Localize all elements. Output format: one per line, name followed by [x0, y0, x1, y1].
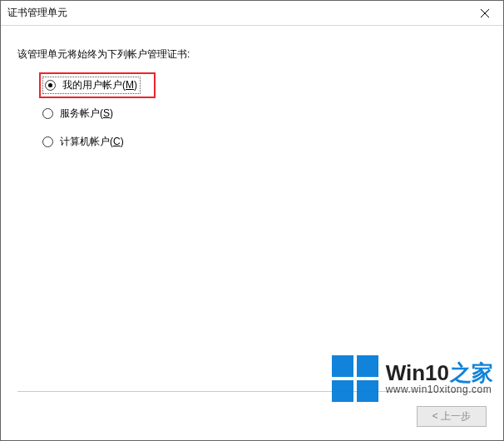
content-area: 该管理单元将始终为下列帐户管理证书: 我的用户帐户(M) 服务帐户(S)	[1, 26, 503, 170]
radio-my-user-account[interactable]	[45, 80, 56, 91]
close-icon	[481, 9, 489, 17]
highlight-box: 我的用户帐户(M)	[39, 72, 156, 98]
radio-service-account[interactable]	[42, 108, 53, 119]
radio-computer-account[interactable]	[42, 136, 53, 147]
radio-row-my-user: 我的用户帐户(M)	[42, 77, 487, 93]
watermark-brand-b: 之家	[450, 362, 493, 384]
button-bar: < 上一步	[417, 406, 487, 427]
instruction-text: 该管理单元将始终为下列帐户管理证书:	[17, 47, 487, 62]
windows-logo-icon	[332, 355, 378, 402]
back-button[interactable]: < 上一步	[417, 406, 487, 427]
watermark: Win10之家 www.win10xitong.com	[332, 355, 493, 402]
watermark-brand-a: Win10	[386, 362, 449, 384]
close-button[interactable]	[467, 1, 503, 26]
radio-row-computer: 计算机帐户(C)	[42, 133, 487, 150]
titlebar: 证书管理单元	[1, 1, 503, 26]
window-title: 证书管理单元	[7, 6, 67, 20]
radio-my-user-label[interactable]: 我的用户帐户(M)	[62, 78, 137, 92]
focus-indicator: 我的用户帐户(M)	[42, 77, 141, 94]
radio-service-label[interactable]: 服务帐户(S)	[60, 107, 113, 121]
dialog-window: 证书管理单元 该管理单元将始终为下列帐户管理证书: 我的用户帐户(M)	[0, 0, 504, 441]
radio-computer-label[interactable]: 计算机帐户(C)	[60, 135, 124, 149]
watermark-text: Win10之家 www.win10xitong.com	[386, 362, 493, 394]
watermark-url: www.win10xitong.com	[386, 384, 493, 395]
account-radio-group: 我的用户帐户(M) 服务帐户(S) 计算机帐户(C)	[17, 77, 487, 150]
radio-row-service: 服务帐户(S)	[42, 105, 487, 121]
